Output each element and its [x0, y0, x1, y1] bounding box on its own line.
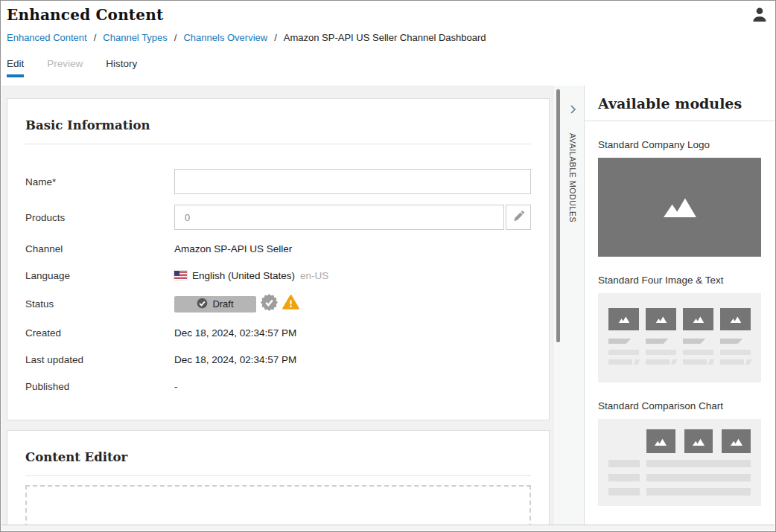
tab-edit[interactable]: Edit: [7, 58, 24, 77]
enhanced-content-app: { "header": { "title": "Enhanced Content…: [0, 0, 776, 532]
image-text-column: [608, 308, 639, 382]
content-column: Basic Information Name* Products: [1, 86, 553, 531]
module-label: Standard Comparison Chart: [598, 400, 761, 411]
user-menu-button[interactable]: [751, 6, 769, 24]
collapse-panel-button[interactable]: [565, 103, 580, 118]
form-row-channel: Channel Amazon SP-API US Seller: [25, 240, 531, 257]
available-modules-heading: Available modules: [585, 86, 775, 121]
module-standard-comparison-chart: Standard Comparison Chart: [585, 400, 775, 506]
basic-information-heading: Basic Information: [25, 118, 531, 144]
image-text-column: [646, 308, 676, 382]
comparison-row-values: [646, 488, 751, 496]
breadcrumb: Enhanced Content / Channel Types / Chann…: [7, 32, 769, 43]
content-editor-panel: Content Editor: [7, 430, 550, 531]
chevron-right-icon: [567, 103, 579, 118]
status-label: Status: [25, 298, 174, 310]
module-preview-comparison-chart[interactable]: [598, 419, 761, 506]
image-placeholder-icon: [722, 429, 751, 453]
us-flag-icon: [174, 271, 187, 280]
image-placeholder-icon: [646, 429, 675, 453]
form-row-created: Created Dec 18, 2024, 02:34:57 PM: [25, 324, 531, 341]
module-preview-four-image-text[interactable]: [598, 293, 761, 382]
image-placeholder-icon: [720, 308, 751, 330]
last-updated-label: Last updated: [25, 354, 174, 365]
channel-label: Channel: [25, 243, 174, 254]
edit-products-button[interactable]: [506, 205, 531, 230]
page-title: Enhanced Content: [7, 6, 769, 24]
pencil-icon: [512, 210, 525, 225]
tab-history[interactable]: History: [106, 58, 137, 77]
published-value: -: [174, 381, 531, 392]
module-label: Standard Four Image & Text: [598, 275, 761, 286]
comparison-row-label: [608, 488, 640, 496]
language-label: Language: [25, 270, 174, 281]
breadcrumb-current: Amazon SP-API US Seller Channel Dashboar…: [284, 32, 486, 43]
created-label: Created: [25, 327, 174, 339]
language-value: English (United States): [192, 270, 295, 281]
status-badge: Draft: [174, 296, 256, 313]
breadcrumb-link-channels-overview[interactable]: Channels Overview: [183, 32, 267, 43]
seal-check-icon[interactable]: [261, 294, 278, 314]
breadcrumb-separator: /: [174, 32, 177, 43]
channel-value: Amazon SP-API US Seller: [174, 243, 531, 254]
basic-information-form: Name* Products: [25, 169, 531, 394]
comparison-row-values: [646, 460, 751, 467]
image-placeholder-icon: [658, 195, 702, 220]
content-editor-heading: Content Editor: [25, 450, 531, 476]
form-row-published: Published -: [25, 378, 531, 394]
check-circle-icon: [197, 298, 208, 311]
collapsed-panel-label: AVAILABLE MODULES: [568, 133, 577, 222]
published-label: Published: [25, 381, 174, 392]
form-row-name: Name*: [25, 169, 531, 194]
products-input[interactable]: [174, 205, 504, 230]
image-placeholder-icon: [646, 308, 676, 330]
main-area: Basic Information Name* Products: [1, 86, 775, 531]
comparison-row-values: [646, 474, 751, 481]
name-label: Name*: [25, 176, 174, 188]
comparison-row-label: [608, 474, 640, 481]
image-text-column: [720, 308, 751, 382]
module-standard-four-image-text: Standard Four Image & Text: [585, 275, 775, 382]
warning-triangle-icon[interactable]: [282, 294, 299, 314]
comparison-header-row: [646, 429, 751, 453]
created-value: Dec 18, 2024, 02:34:57 PM: [174, 327, 531, 339]
image-placeholder-icon: [608, 308, 639, 330]
vertical-scrollbar-thumb[interactable]: [556, 89, 560, 342]
content-editor-dropzone[interactable]: [25, 485, 531, 531]
comparison-row-label: [608, 460, 640, 467]
breadcrumb-separator: /: [274, 32, 277, 43]
module-standard-company-logo: Standard Company Logo: [585, 139, 775, 257]
image-text-column: [683, 308, 713, 382]
form-row-products: Products: [25, 205, 531, 230]
modules-collapse-strip: AVAILABLE MODULES: [562, 86, 584, 531]
horizontal-scrollbar[interactable]: [1, 525, 775, 531]
basic-information-panel: Basic Information Name* Products: [7, 98, 550, 420]
form-row-last-updated: Last updated Dec 18, 2024, 02:34:57 PM: [25, 351, 531, 368]
image-placeholder-icon: [684, 429, 713, 453]
image-placeholder-icon: [683, 308, 713, 330]
breadcrumb-separator: /: [94, 32, 97, 43]
status-badge-text: Draft: [212, 298, 233, 310]
form-row-language: Language English (United States) en-US: [25, 267, 531, 283]
vertical-scrollbar[interactable]: [553, 86, 562, 531]
module-label: Standard Company Logo: [598, 139, 761, 150]
tab-preview[interactable]: Preview: [47, 58, 83, 77]
language-locale: en-US: [300, 270, 328, 281]
tab-bar: Edit Preview History: [7, 58, 769, 77]
form-row-status: Status Draft: [25, 294, 531, 314]
products-label: Products: [25, 212, 174, 223]
last-updated-value: Dec 18, 2024, 02:34:57 PM: [174, 354, 531, 365]
breadcrumb-link-channel-types[interactable]: Channel Types: [103, 32, 168, 43]
page-header: Enhanced Content Enhanced Content / Chan…: [1, 1, 775, 86]
breadcrumb-link-enhanced-content[interactable]: Enhanced Content: [7, 32, 87, 43]
available-modules-sidebar: Available modules Standard Company Logo …: [584, 86, 775, 531]
module-preview-company-logo[interactable]: [598, 158, 761, 257]
name-input[interactable]: [174, 169, 531, 194]
user-icon: [751, 15, 769, 26]
